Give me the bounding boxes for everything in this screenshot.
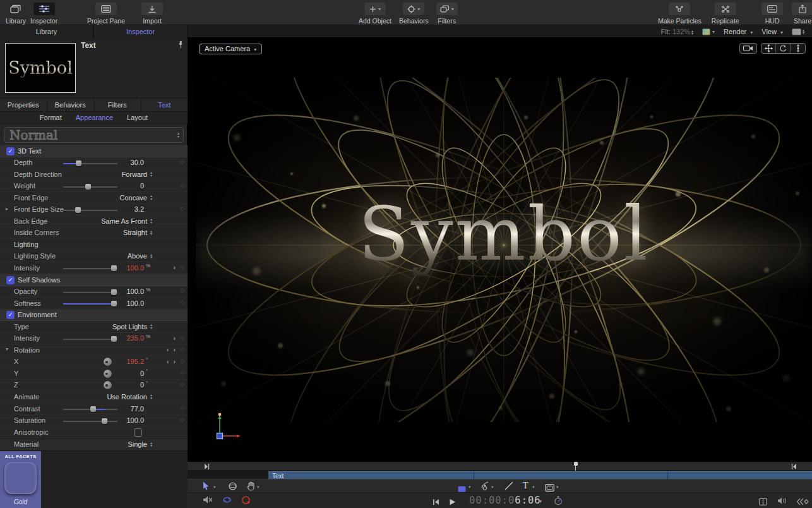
- keyframe-icon[interactable]: ◇: [180, 205, 184, 212]
- keyframe-icon[interactable]: ◇: [180, 416, 184, 423]
- record-button[interactable]: [241, 495, 251, 507]
- popup-type[interactable]: Spot Lights▴▾: [112, 323, 152, 330]
- keyframe-icon[interactable]: ◇: [180, 159, 184, 165]
- text-tool-button[interactable]: T: [523, 481, 528, 491]
- out-point-marker-icon[interactable]: [791, 464, 797, 469]
- in-point-marker-icon[interactable]: [204, 464, 210, 469]
- inspector-button[interactable]: Inspector: [30, 0, 57, 25]
- timecode-chevron-icon[interactable]: ▾: [539, 499, 542, 504]
- behaviors-button[interactable]: ▾ Behaviors: [399, 0, 429, 25]
- next-keyframe-icon[interactable]: ›: [173, 358, 176, 365]
- select-tool-button[interactable]: [203, 481, 210, 493]
- value-z[interactable]: 0: [93, 381, 144, 389]
- color-swatch-control[interactable]: ▾: [702, 28, 715, 35]
- keyframe-icon[interactable]: ◇: [180, 346, 184, 353]
- show-timeline-button[interactable]: [796, 497, 809, 508]
- hud-button[interactable]: HUD: [761, 0, 783, 25]
- popup-depth-direction[interactable]: Forward▴▾: [122, 171, 152, 178]
- select-tool-chevron-icon[interactable]: ▾: [213, 485, 216, 490]
- orbit-tool-button[interactable]: [776, 44, 791, 53]
- checkbox-anisotropic[interactable]: [134, 428, 142, 437]
- value-front-edge-size[interactable]: 3.2: [93, 205, 144, 213]
- view-menu[interactable]: View ▾: [761, 28, 783, 35]
- slider-thumb-weight[interactable]: [85, 184, 91, 190]
- keyframe-icon[interactable]: ◇: [180, 381, 184, 387]
- filters-button[interactable]: ▾ Filters: [436, 0, 458, 25]
- tab-library[interactable]: Library: [0, 25, 93, 38]
- pin-icon[interactable]: [178, 40, 184, 52]
- canvas-viewport[interactable]: Symbol Active Camera ▾: [188, 38, 812, 462]
- keyframe-icon[interactable]: ◇: [180, 404, 184, 411]
- transform-3d-tool-button[interactable]: [228, 481, 237, 493]
- value-contrast[interactable]: 77.0: [93, 405, 144, 413]
- text-tool-chevron-icon[interactable]: ▾: [532, 485, 535, 490]
- add-object-button[interactable]: ▾ Add Object: [359, 0, 391, 25]
- value-x[interactable]: 195.2: [93, 358, 144, 365]
- style-preset-dropdown[interactable]: Normal ▴▾: [4, 127, 184, 143]
- tab-filters[interactable]: Filters: [94, 99, 141, 111]
- project-duration-button[interactable]: [554, 496, 563, 508]
- keyframe-icon[interactable]: ◇: [180, 358, 184, 365]
- disclosure-right-icon[interactable]: ▸: [6, 206, 8, 212]
- loop-button[interactable]: [222, 495, 232, 507]
- mute-button[interactable]: [203, 495, 213, 507]
- project-pane-button[interactable]: Project Pane: [87, 0, 125, 25]
- previous-keyframe-icon[interactable]: ‹: [167, 358, 169, 365]
- pan-tool-button[interactable]: [761, 44, 776, 53]
- value-y[interactable]: 0: [93, 370, 144, 377]
- disclosure-down-icon[interactable]: ▾: [6, 346, 8, 352]
- playhead[interactable]: [575, 462, 576, 471]
- material-facet-cell[interactable]: ALL FACETS Gold: [0, 451, 41, 508]
- popup-lighting-style[interactable]: Above▴▾: [128, 252, 152, 260]
- hand-tool-button[interactable]: [247, 481, 255, 493]
- fit-control[interactable]: Fit: 132%▴▾: [661, 28, 694, 35]
- value-intensity[interactable]: 100.0: [93, 264, 144, 272]
- mask-tool-chevron-icon[interactable]: ▾: [556, 485, 559, 490]
- slider-thumb-depth[interactable]: [76, 160, 81, 166]
- next-keyframe-icon[interactable]: ›: [173, 334, 176, 342]
- tab-properties[interactable]: Properties: [0, 99, 47, 111]
- value-opacity[interactable]: 100.0: [93, 287, 144, 295]
- popup-material[interactable]: Single▴▾: [128, 440, 152, 448]
- subtab-layout[interactable]: Layout: [127, 112, 148, 123]
- audio-button[interactable]: [777, 496, 787, 507]
- next-keyframe-icon[interactable]: ›: [173, 263, 176, 271]
- make-particles-button[interactable]: Make Particles: [658, 0, 702, 25]
- active-camera-menu[interactable]: Active Camera ▾: [199, 44, 262, 54]
- bezier-tool-chevron-icon[interactable]: ▾: [491, 485, 494, 490]
- bezier-tool-button[interactable]: [481, 481, 489, 493]
- share-button[interactable]: Share: [792, 0, 812, 25]
- previous-frame-button[interactable]: [433, 497, 439, 508]
- value-intensity[interactable]: 235.0: [93, 334, 144, 342]
- value-saturation[interactable]: 100.0: [93, 416, 144, 424]
- checkbox-3d-text[interactable]: ✓: [6, 147, 15, 155]
- popup-front-edge[interactable]: Concave▴▾: [120, 194, 152, 202]
- value-depth[interactable]: 30.0: [93, 159, 144, 166]
- keyframe-icon[interactable]: ◇: [180, 287, 184, 294]
- popup-inside-corners[interactable]: Straight▴▾: [123, 229, 152, 236]
- play-button[interactable]: [449, 497, 456, 508]
- dolly-tool-button[interactable]: [791, 44, 805, 53]
- timecode-display[interactable]: 00:00:06:06: [469, 495, 541, 506]
- next-keyframe-icon[interactable]: ›: [173, 346, 176, 353]
- canvas-text[interactable]: Symbol: [196, 190, 812, 277]
- keyframe-icon[interactable]: ◇: [180, 182, 184, 188]
- camera-view-button[interactable]: [739, 43, 757, 54]
- tab-text[interactable]: Text: [141, 99, 188, 111]
- checkbox-self-shadows[interactable]: ✓: [6, 276, 15, 284]
- show-keyframes-button[interactable]: [759, 497, 767, 508]
- checkbox-environment[interactable]: ✓: [6, 311, 15, 319]
- import-button[interactable]: Import: [141, 0, 163, 25]
- popup-animate[interactable]: Use Rotation▴▾: [107, 393, 152, 401]
- channel-display-control[interactable]: ▴▾: [792, 28, 804, 35]
- library-button[interactable]: Library: [5, 0, 27, 25]
- keyframe-icon[interactable]: ◇: [180, 369, 184, 375]
- subtab-format[interactable]: Format: [40, 112, 62, 123]
- line-tool-button[interactable]: [505, 481, 513, 493]
- render-menu[interactable]: Render ▾: [724, 28, 753, 35]
- subtab-appearance[interactable]: Appearance: [76, 112, 113, 123]
- value-weight[interactable]: 0: [93, 182, 144, 190]
- previous-keyframe-icon[interactable]: ‹: [167, 346, 169, 353]
- value-softness[interactable]: 100.0: [93, 299, 144, 307]
- timeline-ruler[interactable]: [188, 462, 812, 471]
